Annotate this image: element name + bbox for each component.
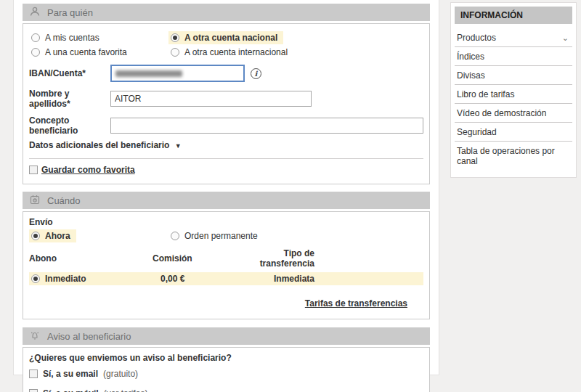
informacion-sidebar: INFORMACIÓN Productos ⌄ Índices Divisas … bbox=[450, 2, 577, 178]
radio-icon bbox=[171, 232, 179, 240]
col-header-tipo: Tipo de transferencia bbox=[240, 246, 314, 271]
radio-a-otra-cuenta-internacional[interactable]: A otra cuenta internacional bbox=[168, 46, 293, 59]
calendar-icon bbox=[29, 194, 41, 208]
comision-value: 0,00 € bbox=[153, 274, 240, 284]
transfer-table-row-inmediato: Inmediato 0,00 € Inmediata bbox=[29, 272, 423, 285]
radio-label: A mis cuentas bbox=[45, 33, 99, 43]
transfer-table-header: Abono Comisión Tipo de transferencia bbox=[29, 246, 423, 271]
sidebar-item-label: Índices bbox=[457, 52, 484, 62]
radio-label: Ahora bbox=[45, 231, 70, 241]
envio-label: Envío bbox=[29, 217, 423, 227]
tipo-value: Inmediata bbox=[240, 274, 314, 284]
sidebar-item-productos[interactable]: Productos ⌄ bbox=[455, 28, 572, 47]
sidebar-item-label: Seguridad bbox=[457, 127, 497, 137]
col-header-abono: Abono bbox=[29, 251, 153, 266]
checkbox-icon bbox=[29, 389, 38, 392]
redacted-iban-value bbox=[115, 70, 182, 77]
section-title: Cuándo bbox=[47, 195, 81, 206]
sidebar-item-label: Productos bbox=[457, 33, 496, 43]
radio-icon bbox=[31, 274, 40, 283]
transfer-form-card: Para quién A mis cuentas A otra cuenta n… bbox=[13, 0, 439, 375]
radio-inmediato[interactable]: Inmediato bbox=[29, 274, 86, 284]
iban-label: IBAN/Cuenta* bbox=[29, 68, 110, 78]
triangle-down-icon: ▼ bbox=[175, 142, 182, 150]
guardar-favorita-label: Guardar como favorita bbox=[41, 165, 135, 175]
sidebar-item-video-de-demostracion[interactable]: Vídeo de demostración bbox=[455, 104, 572, 123]
info-icon[interactable]: i bbox=[251, 68, 261, 79]
concepto-label: Concepto beneficiario bbox=[29, 115, 110, 136]
checkbox-icon bbox=[29, 166, 38, 174]
chevron-down-icon: ⌄ bbox=[562, 36, 569, 40]
section-body-cuando: Envío Ahora Orden permanente Abono Comis… bbox=[23, 211, 430, 319]
checkbox-label: Sí, a su móvil bbox=[43, 388, 99, 392]
nombre-input[interactable] bbox=[110, 91, 312, 107]
checkbox-icon bbox=[29, 369, 38, 378]
radio-icon bbox=[31, 232, 40, 240]
radio-label: A otra cuenta internacional bbox=[184, 47, 288, 57]
radio-orden-permanente[interactable]: Orden permanente bbox=[168, 229, 264, 242]
aviso-question: ¿Quieres que enviemos un aviso al benefi… bbox=[29, 353, 423, 363]
sidebar-item-label: Vídeo de demostración bbox=[457, 108, 546, 118]
divider bbox=[29, 158, 423, 159]
tarifas-transferencias-link[interactable]: Tarifas de transferencias bbox=[305, 298, 407, 309]
section-title: Para quién bbox=[47, 7, 93, 18]
sidebar-list: Productos ⌄ Índices Divisas Libro de tar… bbox=[455, 28, 572, 170]
sidebar-item-tabla-de-operaciones[interactable]: Tabla de operaciones por canal bbox=[455, 142, 572, 170]
radio-ahora[interactable]: Ahora bbox=[29, 229, 76, 242]
datos-adicionales-label: Datos adicionales del beneficiario bbox=[29, 140, 169, 150]
radio-label: Inmediato bbox=[45, 274, 86, 284]
radio-icon bbox=[31, 48, 40, 57]
bell-icon bbox=[29, 330, 41, 343]
radio-label: Orden permanente bbox=[184, 231, 258, 241]
sidebar-item-label: Tabla de operaciones por canal bbox=[457, 146, 570, 166]
radio-label: A una cuenta favorita bbox=[45, 47, 127, 57]
person-icon bbox=[29, 6, 41, 20]
section-body-aviso: ¿Quieres que enviemos un aviso al benefi… bbox=[23, 347, 430, 392]
checkbox-aviso-movil[interactable]: Sí, a su móvil (ver tarifas) bbox=[29, 388, 147, 392]
checkbox-note: (ver tarifas) bbox=[104, 388, 148, 392]
radio-a-otra-cuenta-nacional[interactable]: A otra cuenta nacional bbox=[168, 31, 283, 44]
sidebar-item-label: Divisas bbox=[457, 70, 485, 81]
radio-a-mis-cuentas[interactable]: A mis cuentas bbox=[29, 31, 105, 44]
section-title: Aviso al beneficiario bbox=[47, 331, 131, 342]
sidebar-item-label: Libro de tarifas bbox=[457, 89, 514, 99]
radio-icon bbox=[171, 48, 179, 57]
col-header-comision: Comisión bbox=[153, 251, 240, 266]
concepto-input[interactable] bbox=[110, 118, 423, 134]
nombre-label: Nombre y apellidos* bbox=[29, 89, 110, 109]
guardar-favorita-checkbox[interactable]: Guardar como favorita bbox=[29, 165, 135, 178]
checkbox-aviso-email[interactable]: Sí, a su email (gratuito) bbox=[29, 369, 138, 379]
radio-a-una-cuenta-favorita[interactable]: A una cuenta favorita bbox=[29, 46, 133, 59]
sidebar-item-indices[interactable]: Índices bbox=[455, 47, 572, 66]
checkbox-label: Sí, a su email bbox=[43, 369, 98, 379]
section-header-para-quien: Para quién bbox=[23, 4, 430, 21]
radio-label: A otra cuenta nacional bbox=[184, 33, 277, 43]
radio-icon bbox=[31, 33, 40, 42]
section-body-para-quien: A mis cuentas A otra cuenta nacional A u… bbox=[23, 23, 430, 184]
datos-adicionales-toggle[interactable]: Datos adicionales del beneficiario ▼ bbox=[29, 140, 182, 150]
sidebar-title: INFORMACIÓN bbox=[455, 7, 572, 24]
sidebar-item-divisas[interactable]: Divisas bbox=[455, 66, 572, 85]
sidebar-item-seguridad[interactable]: Seguridad bbox=[455, 123, 572, 142]
sidebar-item-libro-de-tarifas[interactable]: Libro de tarifas bbox=[455, 85, 572, 104]
destination-radio-group: A mis cuentas A otra cuenta nacional A u… bbox=[29, 29, 423, 65]
section-header-cuando: Cuándo bbox=[23, 192, 430, 209]
radio-icon bbox=[171, 33, 179, 42]
iban-input[interactable] bbox=[110, 65, 245, 82]
section-header-aviso: Aviso al beneficiario bbox=[23, 327, 430, 345]
checkbox-note: (gratuito) bbox=[103, 369, 138, 379]
envio-radio-group: Ahora Orden permanente bbox=[29, 229, 423, 242]
